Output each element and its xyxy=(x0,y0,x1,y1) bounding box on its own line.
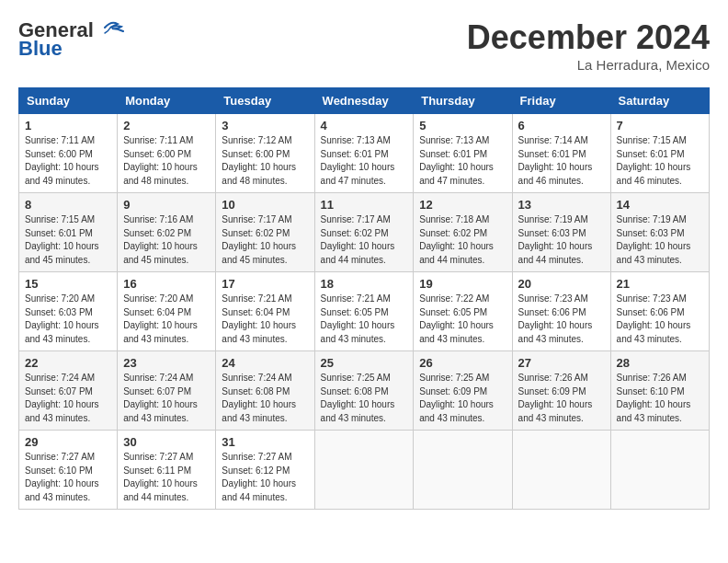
calendar-day-cell: 11Sunrise: 7:17 AM Sunset: 6:02 PM Dayli… xyxy=(314,193,414,272)
calendar-week-row: 1Sunrise: 7:11 AM Sunset: 6:00 PM Daylig… xyxy=(19,114,710,193)
day-number: 22 xyxy=(25,356,111,370)
day-number: 13 xyxy=(518,198,605,212)
calendar-day-cell: 16Sunrise: 7:20 AM Sunset: 6:04 PM Dayli… xyxy=(118,272,216,351)
day-number: 9 xyxy=(123,198,210,212)
day-info-text: Sunrise: 7:14 AM Sunset: 6:01 PM Dayligh… xyxy=(518,134,605,188)
day-number: 19 xyxy=(419,277,506,291)
day-info-text: Sunrise: 7:20 AM Sunset: 6:03 PM Dayligh… xyxy=(25,293,111,346)
day-info-text: Sunrise: 7:13 AM Sunset: 6:01 PM Dayligh… xyxy=(321,134,408,188)
calendar-day-cell: 15Sunrise: 7:20 AM Sunset: 6:03 PM Dayli… xyxy=(19,272,118,351)
day-info-text: Sunrise: 7:15 AM Sunset: 6:01 PM Dayligh… xyxy=(25,213,111,267)
day-info-text: Sunrise: 7:27 AM Sunset: 6:11 PM Dayligh… xyxy=(123,451,210,504)
logo-blue-text: Blue xyxy=(18,37,63,61)
day-number: 25 xyxy=(321,356,408,370)
calendar-day-cell: 25Sunrise: 7:25 AM Sunset: 6:08 PM Dayli… xyxy=(314,351,414,431)
day-number: 28 xyxy=(617,356,703,370)
day-info-text: Sunrise: 7:11 AM Sunset: 6:00 PM Dayligh… xyxy=(25,134,111,188)
day-number: 21 xyxy=(617,277,703,291)
calendar-week-row: 8Sunrise: 7:15 AM Sunset: 6:01 PM Daylig… xyxy=(19,193,710,272)
calendar-empty-cell xyxy=(414,431,512,510)
day-info-text: Sunrise: 7:24 AM Sunset: 6:08 PM Dayligh… xyxy=(222,372,308,425)
calendar-week-row: 22Sunrise: 7:24 AM Sunset: 6:07 PM Dayli… xyxy=(19,351,710,431)
day-info-text: Sunrise: 7:23 AM Sunset: 6:06 PM Dayligh… xyxy=(518,293,605,346)
day-info-text: Sunrise: 7:17 AM Sunset: 6:02 PM Dayligh… xyxy=(222,213,308,267)
calendar-day-cell: 29Sunrise: 7:27 AM Sunset: 6:10 PM Dayli… xyxy=(19,431,118,510)
day-info-text: Sunrise: 7:20 AM Sunset: 6:04 PM Dayligh… xyxy=(123,293,210,346)
calendar-day-cell: 18Sunrise: 7:21 AM Sunset: 6:05 PM Dayli… xyxy=(314,272,414,351)
calendar-day-cell: 7Sunrise: 7:15 AM Sunset: 6:01 PM Daylig… xyxy=(610,114,709,193)
day-info-text: Sunrise: 7:26 AM Sunset: 6:09 PM Dayligh… xyxy=(518,372,605,425)
day-number: 11 xyxy=(321,198,408,212)
calendar-day-cell: 12Sunrise: 7:18 AM Sunset: 6:02 PM Dayli… xyxy=(414,193,512,272)
calendar-day-cell: 24Sunrise: 7:24 AM Sunset: 6:08 PM Dayli… xyxy=(216,351,314,431)
calendar-day-cell: 31Sunrise: 7:27 AM Sunset: 6:12 PM Dayli… xyxy=(216,431,314,510)
weekday-header-saturday: Saturday xyxy=(610,88,709,114)
day-info-text: Sunrise: 7:19 AM Sunset: 6:03 PM Dayligh… xyxy=(617,213,703,267)
day-number: 2 xyxy=(123,119,210,132)
calendar-day-cell: 30Sunrise: 7:27 AM Sunset: 6:11 PM Dayli… xyxy=(118,431,216,510)
day-info-text: Sunrise: 7:12 AM Sunset: 6:00 PM Dayligh… xyxy=(222,134,308,188)
calendar-week-row: 29Sunrise: 7:27 AM Sunset: 6:10 PM Dayli… xyxy=(19,431,710,510)
day-number: 30 xyxy=(123,435,210,449)
weekday-header-sunday: Sunday xyxy=(19,88,118,114)
day-info-text: Sunrise: 7:16 AM Sunset: 6:02 PM Dayligh… xyxy=(123,213,210,267)
calendar-day-cell: 6Sunrise: 7:14 AM Sunset: 6:01 PM Daylig… xyxy=(512,114,610,193)
weekday-header-friday: Friday xyxy=(512,88,610,114)
calendar-empty-cell xyxy=(512,431,610,510)
day-number: 4 xyxy=(321,119,408,132)
calendar-day-cell: 10Sunrise: 7:17 AM Sunset: 6:02 PM Dayli… xyxy=(216,193,314,272)
calendar-day-cell: 22Sunrise: 7:24 AM Sunset: 6:07 PM Dayli… xyxy=(19,351,118,431)
day-number: 1 xyxy=(25,119,111,132)
page-header: General Blue December 2024 La Herradura,… xyxy=(18,18,710,73)
day-info-text: Sunrise: 7:15 AM Sunset: 6:01 PM Dayligh… xyxy=(617,134,703,188)
day-info-text: Sunrise: 7:26 AM Sunset: 6:10 PM Dayligh… xyxy=(617,372,703,425)
day-number: 26 xyxy=(419,356,506,370)
day-number: 5 xyxy=(419,119,506,132)
calendar-day-cell: 13Sunrise: 7:19 AM Sunset: 6:03 PM Dayli… xyxy=(512,193,610,272)
day-number: 29 xyxy=(25,435,111,449)
day-info-text: Sunrise: 7:24 AM Sunset: 6:07 PM Dayligh… xyxy=(123,372,210,425)
day-info-text: Sunrise: 7:13 AM Sunset: 6:01 PM Dayligh… xyxy=(419,134,506,188)
logo-bird-icon xyxy=(97,20,125,40)
day-info-text: Sunrise: 7:25 AM Sunset: 6:08 PM Dayligh… xyxy=(321,372,408,425)
calendar-day-cell: 19Sunrise: 7:22 AM Sunset: 6:05 PM Dayli… xyxy=(414,272,512,351)
calendar-day-cell: 1Sunrise: 7:11 AM Sunset: 6:00 PM Daylig… xyxy=(19,114,118,193)
calendar-day-cell: 17Sunrise: 7:21 AM Sunset: 6:04 PM Dayli… xyxy=(216,272,314,351)
calendar-day-cell: 20Sunrise: 7:23 AM Sunset: 6:06 PM Dayli… xyxy=(512,272,610,351)
day-info-text: Sunrise: 7:25 AM Sunset: 6:09 PM Dayligh… xyxy=(419,372,506,425)
location-text: La Herradura, Mexico xyxy=(467,57,710,73)
calendar-day-cell: 2Sunrise: 7:11 AM Sunset: 6:00 PM Daylig… xyxy=(118,114,216,193)
day-number: 16 xyxy=(123,277,210,291)
calendar-day-cell: 3Sunrise: 7:12 AM Sunset: 6:00 PM Daylig… xyxy=(216,114,314,193)
weekday-header-thursday: Thursday xyxy=(414,88,512,114)
day-number: 3 xyxy=(222,119,308,132)
day-number: 24 xyxy=(222,356,308,370)
weekday-header-row: SundayMondayTuesdayWednesdayThursdayFrid… xyxy=(19,88,710,114)
calendar-day-cell: 5Sunrise: 7:13 AM Sunset: 6:01 PM Daylig… xyxy=(414,114,512,193)
weekday-header-tuesday: Tuesday xyxy=(216,88,314,114)
day-info-text: Sunrise: 7:21 AM Sunset: 6:04 PM Dayligh… xyxy=(222,293,308,346)
day-number: 15 xyxy=(25,277,111,291)
day-number: 31 xyxy=(222,435,308,449)
day-number: 6 xyxy=(518,119,605,132)
calendar-day-cell: 21Sunrise: 7:23 AM Sunset: 6:06 PM Dayli… xyxy=(610,272,709,351)
day-number: 27 xyxy=(518,356,605,370)
title-area: December 2024 La Herradura, Mexico xyxy=(467,18,710,73)
day-number: 14 xyxy=(617,198,703,212)
day-info-text: Sunrise: 7:18 AM Sunset: 6:02 PM Dayligh… xyxy=(419,213,506,267)
weekday-header-monday: Monday xyxy=(118,88,216,114)
day-number: 7 xyxy=(617,119,703,132)
day-info-text: Sunrise: 7:19 AM Sunset: 6:03 PM Dayligh… xyxy=(518,213,605,267)
calendar-table: SundayMondayTuesdayWednesdayThursdayFrid… xyxy=(18,87,710,510)
calendar-empty-cell xyxy=(314,431,414,510)
day-info-text: Sunrise: 7:27 AM Sunset: 6:10 PM Dayligh… xyxy=(25,451,111,504)
day-info-text: Sunrise: 7:23 AM Sunset: 6:06 PM Dayligh… xyxy=(617,293,703,346)
calendar-day-cell: 23Sunrise: 7:24 AM Sunset: 6:07 PM Dayli… xyxy=(118,351,216,431)
day-number: 12 xyxy=(419,198,506,212)
day-info-text: Sunrise: 7:11 AM Sunset: 6:00 PM Dayligh… xyxy=(123,134,210,188)
calendar-day-cell: 26Sunrise: 7:25 AM Sunset: 6:09 PM Dayli… xyxy=(414,351,512,431)
day-info-text: Sunrise: 7:24 AM Sunset: 6:07 PM Dayligh… xyxy=(25,372,111,425)
calendar-day-cell: 8Sunrise: 7:15 AM Sunset: 6:01 PM Daylig… xyxy=(19,193,118,272)
calendar-week-row: 15Sunrise: 7:20 AM Sunset: 6:03 PM Dayli… xyxy=(19,272,710,351)
logo: General Blue xyxy=(18,18,125,61)
